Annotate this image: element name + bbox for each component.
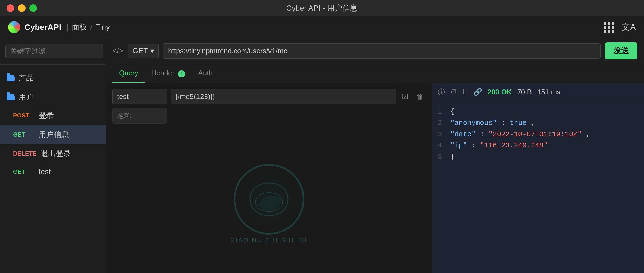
empty-query-row — [112, 108, 426, 124]
sidebar-item-logout[interactable]: DELETE 退出登录 — [0, 144, 106, 163]
logo-area: CyberAPI — [8, 21, 61, 33]
h-icon[interactable]: H — [463, 88, 468, 96]
breadcrumb: | 面板 / Tiny — [67, 22, 110, 32]
close-button[interactable] — [7, 4, 14, 12]
sidebar-group-header-product[interactable]: 产品 — [0, 69, 106, 87]
json-line-5: 5 } — [438, 151, 639, 163]
request-bar: </> GET ▾ 发送 — [106, 38, 644, 64]
clock-icon[interactable]: ⏱ — [450, 88, 457, 96]
endpoint-label-logout: 退出登录 — [40, 148, 71, 159]
json-line-1: 1 { — [438, 106, 639, 118]
response-body: 1 { 2 "anonymous" : true , 3 — [432, 101, 644, 273]
content-wrapper: </> GET ▾ 发送 Query Header 1 Auth — [106, 38, 644, 273]
folder-icon-product — [7, 75, 15, 81]
send-button[interactable]: 发送 — [605, 42, 637, 59]
tabs-bar: Query Header 1 Auth — [106, 64, 644, 83]
tab-auth[interactable]: Auth — [192, 64, 219, 83]
response-size: 70 B — [517, 88, 532, 96]
method-badge-get-userinfo: GET — [13, 131, 35, 138]
content-split: ☑ 🗑 XIAO NU ZHI SHI KU — [106, 83, 644, 273]
tab-header[interactable]: Header 1 — [145, 64, 192, 83]
query-value-0[interactable] — [171, 89, 396, 104]
check-button-0[interactable]: ☑ — [400, 90, 410, 103]
sidebar-group-user: 用户 POST 登录 GET 用户信息 DELETE 退出登录 GET test — [0, 88, 106, 181]
grid-icon[interactable] — [604, 22, 613, 32]
watermark: XIAO NU ZHI SHI KU — [234, 164, 304, 235]
maximize-button[interactable] — [29, 4, 37, 12]
json-line-4: 4 "ip" : "116.23.249.248" — [438, 140, 639, 151]
watermark-svg — [242, 172, 296, 227]
breadcrumb-panel[interactable]: 面板 — [72, 22, 87, 32]
sidebar-item-login[interactable]: POST 登录 — [0, 106, 106, 125]
sidebar-group-product: 产品 — [0, 69, 106, 87]
sidebar-group-header-user[interactable]: 用户 — [0, 88, 106, 106]
tab-query[interactable]: Query — [112, 64, 145, 83]
code-icon[interactable]: </> — [112, 46, 123, 55]
endpoint-label-login: 登录 — [39, 110, 54, 121]
sidebar-item-test[interactable]: GET test — [0, 163, 106, 181]
response-time: 151 ms — [537, 88, 560, 96]
breadcrumb-slash: / — [90, 23, 92, 32]
sidebar: 添加 ▣ 产品 用户 POST 登录 — [0, 38, 106, 273]
link-icon[interactable]: 🔗 — [473, 88, 482, 96]
logo-icon — [8, 21, 20, 33]
breadcrumb-tiny[interactable]: Tiny — [96, 23, 110, 32]
main-layout: 添加 ▣ 产品 用户 POST 登录 — [0, 38, 644, 273]
top-nav: CyberAPI | 面板 / Tiny 文A — [0, 16, 644, 38]
endpoint-label-test: test — [39, 167, 51, 176]
url-input[interactable] — [163, 43, 601, 59]
query-row-0: ☑ 🗑 — [112, 89, 426, 104]
group-label-user: 用户 — [18, 92, 34, 102]
chevron-down-icon: ▾ — [150, 46, 154, 55]
watermark-circle: XIAO NU ZHI SHI KU — [234, 164, 304, 235]
json-line-3: 3 "date" : "2022-10-07T01:19:10Z" , — [438, 129, 639, 140]
folder-icon-user — [7, 94, 15, 100]
method-select[interactable]: GET ▾ — [128, 44, 159, 58]
method-badge-delete: DELETE — [13, 150, 37, 157]
query-area: ☑ 🗑 XIAO NU ZHI SHI KU — [106, 83, 432, 273]
method-badge-get-test: GET — [13, 168, 35, 175]
method-label: GET — [132, 46, 148, 55]
language-icon[interactable]: 文A — [621, 21, 636, 33]
info-icon[interactable]: ⓘ — [438, 87, 445, 97]
status-code: 200 OK — [487, 88, 512, 96]
watermark-text: XIAO NU ZHI SHI KU — [230, 237, 307, 244]
filter-input[interactable] — [5, 44, 103, 58]
query-key-0[interactable] — [112, 89, 167, 104]
minimize-button[interactable] — [18, 4, 26, 12]
traffic-lights — [7, 4, 37, 12]
nav-right: 文A — [604, 21, 636, 33]
method-badge-post: POST — [13, 112, 35, 119]
header-badge: 1 — [178, 70, 185, 77]
sidebar-items: 产品 用户 POST 登录 GET 用户信息 DELETE — [0, 65, 106, 273]
response-panel: ⓘ ⏱ H 🔗 200 OK 70 B 151 ms 1 { 2 — [432, 83, 644, 273]
endpoint-label-userinfo: 用户信息 — [39, 129, 69, 140]
sidebar-item-userinfo[interactable]: GET 用户信息 — [0, 125, 106, 144]
breadcrumb-separator: | — [67, 23, 68, 32]
group-label-product: 产品 — [18, 73, 34, 83]
logo-text: CyberAPI — [24, 23, 61, 32]
title-bar: Cyber API - 用户信息 — [0, 0, 644, 16]
sidebar-toolbar: 添加 ▣ — [0, 38, 106, 65]
empty-key-input[interactable] — [112, 108, 167, 124]
svg-point-0 — [255, 193, 283, 212]
window-title: Cyber API - 用户信息 — [286, 3, 358, 13]
delete-button-0[interactable]: 🗑 — [414, 90, 426, 103]
json-line-2: 2 "anonymous" : true , — [438, 117, 639, 129]
response-toolbar: ⓘ ⏱ H 🔗 200 OK 70 B 151 ms — [432, 83, 644, 101]
